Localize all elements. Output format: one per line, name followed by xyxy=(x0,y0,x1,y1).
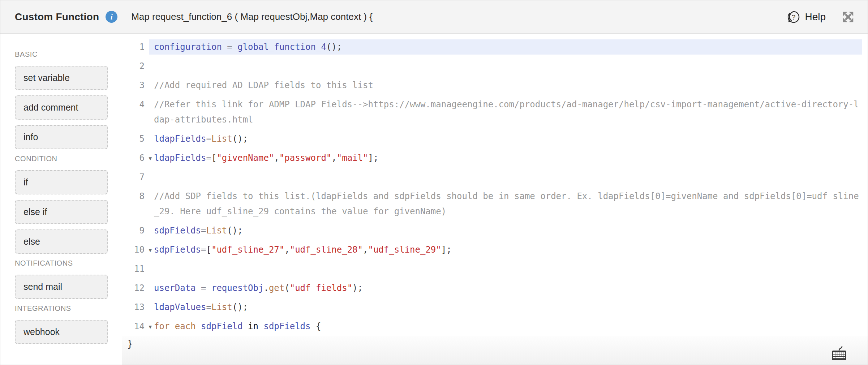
line-number: 3 xyxy=(122,78,149,93)
scrollbar-track[interactable] xyxy=(862,34,868,365)
code-line-text[interactable]: userData = requestObj.get("udf_fields"); xyxy=(149,280,868,296)
header: Custom Function i Map request_function_6… xyxy=(0,0,868,34)
code-line-text[interactable]: sdpFields=["udf_sline_27","udf_sline_28"… xyxy=(149,242,868,257)
code-line-9[interactable]: 9sdpFields=List(); xyxy=(122,221,868,240)
code-line-10[interactable]: 10▾sdpFields=["udf_sline_27","udf_sline_… xyxy=(122,240,868,259)
code-area[interactable]: 1configuration = global_function_4();23/… xyxy=(122,34,868,336)
expand-arrows-icon[interactable] xyxy=(842,10,855,23)
section-label-basic: BASIC xyxy=(15,50,108,59)
section-label-integrations: INTEGRATIONS xyxy=(15,304,108,313)
line-number: 5 xyxy=(122,131,149,146)
info-circle-icon[interactable]: i xyxy=(106,11,117,23)
code-line-1[interactable]: 1configuration = global_function_4(); xyxy=(122,38,868,57)
code-line-12[interactable]: 12userData = requestObj.get("udf_fields"… xyxy=(122,279,868,298)
line-number: 12 xyxy=(122,280,149,296)
snippet-button-send-mail[interactable]: send mail xyxy=(15,275,108,299)
section-label-condition: CONDITION xyxy=(15,155,108,163)
code-line-8[interactable]: 8//Add SDP fields to this list.(ldapFiel… xyxy=(122,187,868,221)
sidebar-section-integrations: INTEGRATIONSwebhook xyxy=(15,304,108,344)
snippet-sidebar: BASICset variableadd commentinfoCONDITIO… xyxy=(0,34,122,365)
function-signature: Map request_function_6 ( Map requestObj,… xyxy=(131,11,373,22)
code-line-11[interactable]: 11 xyxy=(122,259,868,279)
line-number: 6▾ xyxy=(122,150,149,166)
code-line-5[interactable]: 5ldapFields=List(); xyxy=(122,129,868,149)
line-number: 4 xyxy=(122,97,149,127)
fold-arrow-icon[interactable]: ▾ xyxy=(149,319,152,334)
closing-brace: } xyxy=(127,338,133,349)
code-line-6[interactable]: 6▾ldapFields=["givenName","password","ma… xyxy=(122,149,868,168)
help-label: Help xyxy=(805,11,826,23)
code-line-text[interactable]: //Add SDP fields to this list.(ldapField… xyxy=(149,189,868,219)
question-bubble-icon: ? xyxy=(787,10,800,24)
code-line-text[interactable]: //Refer this link for ADMP LDAP Fields--… xyxy=(149,97,868,127)
snippet-button-set-variable[interactable]: set variable xyxy=(15,66,108,90)
fold-arrow-icon[interactable]: ▾ xyxy=(149,242,152,258)
code-line-14[interactable]: 14▾for each sdpField in sdpFields { xyxy=(122,317,868,336)
line-number: 2 xyxy=(122,59,149,74)
line-number: 9 xyxy=(122,223,149,238)
code-line-4[interactable]: 4//Refer this link for ADMP LDAP Fields-… xyxy=(122,95,868,129)
code-line-13[interactable]: 13ldapValues=List(); xyxy=(122,298,868,317)
code-editor: 1configuration = global_function_4();23/… xyxy=(122,34,868,365)
snippet-button-webhook[interactable]: webhook xyxy=(15,320,108,344)
code-line-2[interactable]: 2 xyxy=(122,57,868,76)
snippet-button-if[interactable]: if xyxy=(15,170,108,194)
sidebar-section-condition: CONDITIONifelse ifelse xyxy=(15,155,108,254)
code-line-3[interactable]: 3//Add required AD LDAP fields to this l… xyxy=(122,76,868,95)
svg-text:?: ? xyxy=(792,13,796,21)
code-line-text[interactable]: ldapFields=List(); xyxy=(149,131,868,146)
sidebar-section-notifications: NOTIFICATIONSsend mail xyxy=(15,259,108,299)
custom-function-window: Custom Function i Map request_function_6… xyxy=(0,0,868,365)
line-number: 1 xyxy=(122,39,149,55)
code-line-text[interactable]: for each sdpField in sdpFields { xyxy=(149,319,868,334)
keyboard-shortcuts-icon[interactable] xyxy=(829,345,849,362)
line-number: 14▾ xyxy=(122,319,149,334)
code-line-text[interactable] xyxy=(149,59,868,74)
help-button[interactable]: ? Help xyxy=(787,10,826,24)
line-number: 7 xyxy=(122,169,149,185)
snippet-button-info[interactable]: info xyxy=(15,125,108,149)
editor-footer: } xyxy=(122,336,868,365)
page-title: Custom Function xyxy=(15,11,99,23)
code-line-text[interactable]: configuration = global_function_4(); xyxy=(149,39,868,55)
code-line-text[interactable]: ldapValues=List(); xyxy=(149,300,868,315)
snippet-button-else-if[interactable]: else if xyxy=(15,200,108,224)
code-line-text[interactable] xyxy=(149,261,868,276)
line-number: 10▾ xyxy=(122,242,149,257)
line-number: 11 xyxy=(122,261,149,276)
code-line-text[interactable] xyxy=(149,169,868,185)
fold-arrow-icon[interactable]: ▾ xyxy=(149,151,152,166)
snippet-button-else[interactable]: else xyxy=(15,229,108,254)
code-line-text[interactable]: ldapFields=["givenName","password","mail… xyxy=(149,150,868,166)
snippet-button-add-comment[interactable]: add comment xyxy=(15,95,108,120)
code-line-7[interactable]: 7 xyxy=(122,168,868,187)
section-label-notifications: NOTIFICATIONS xyxy=(15,259,108,267)
sidebar-section-basic: BASICset variableadd commentinfo xyxy=(15,50,108,149)
line-number: 8 xyxy=(122,189,149,219)
code-line-text[interactable]: sdpFields=List(); xyxy=(149,223,868,238)
code-line-text[interactable]: //Add required AD LDAP fields to this li… xyxy=(149,78,868,93)
line-number: 13 xyxy=(122,300,149,315)
